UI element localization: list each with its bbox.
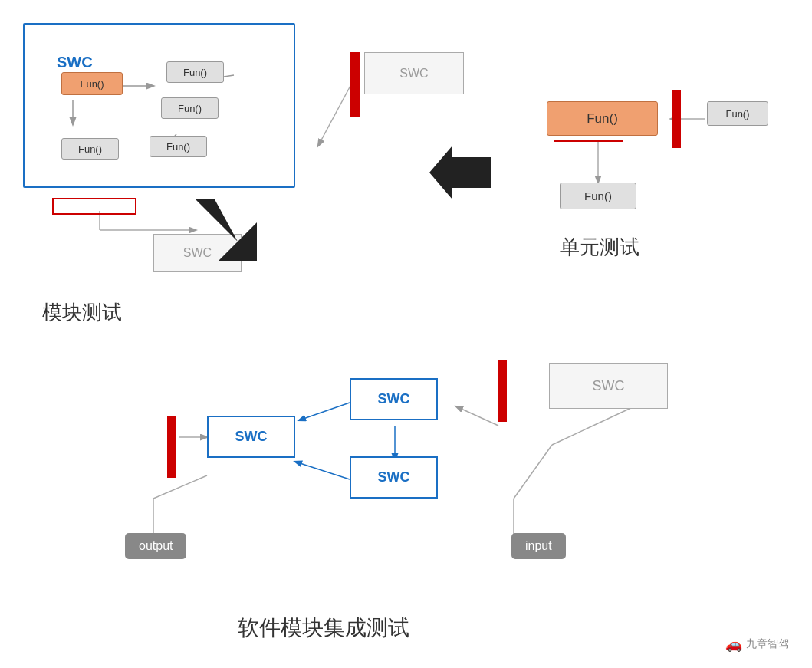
logo-area: 🚗 九章智驾 bbox=[725, 636, 789, 653]
svg-line-14 bbox=[295, 462, 350, 479]
swc-blue-bottom-center-label: SWC bbox=[378, 469, 410, 485]
fun-orange-top-right: Fun() bbox=[547, 101, 658, 136]
red-bar-bottom-left bbox=[167, 416, 176, 478]
svg-line-12 bbox=[299, 403, 350, 420]
main-container: SWC Fun() Fun() Fun() Fun() Fun() SWC SW… bbox=[0, 0, 812, 668]
red-outline-bar-top-left bbox=[52, 198, 136, 215]
module-test-label: 模块测试 bbox=[42, 299, 122, 326]
svg-line-7 bbox=[318, 84, 351, 146]
fun-top-right-box: Fun() bbox=[166, 61, 224, 83]
unit-test-label: 单元测试 bbox=[560, 234, 639, 261]
black-arrow-middle bbox=[196, 199, 257, 261]
swc-blue-bottom-center: SWC bbox=[350, 456, 438, 499]
fun-mid-top-box: Fun() bbox=[161, 97, 219, 119]
svg-line-10 bbox=[456, 406, 498, 426]
fun-bottom-left-box: Fun() bbox=[61, 138, 119, 160]
fun-bottom-left-label: Fun() bbox=[78, 143, 102, 155]
fun-gray-bottom-right-label: Fun() bbox=[584, 189, 612, 202]
red-underline-top-right bbox=[554, 140, 623, 142]
input-label: input bbox=[511, 533, 566, 559]
swc-blue-bottom-top-center: SWC bbox=[350, 378, 438, 420]
swc-blue-bottom-left-label: SWC bbox=[235, 429, 268, 445]
output-label: output bbox=[125, 533, 186, 559]
input-text: input bbox=[525, 539, 552, 552]
fun-orange-top-right-label: Fun() bbox=[587, 111, 618, 127]
integration-test-label: 软件模块集成测试 bbox=[238, 614, 409, 643]
fun-right-gray-label: Fun() bbox=[725, 108, 749, 120]
fun-mid-top-label: Fun() bbox=[178, 103, 202, 114]
svg-line-19 bbox=[514, 445, 552, 499]
svg-marker-22 bbox=[196, 199, 257, 261]
svg-marker-21 bbox=[429, 146, 491, 199]
swc-blue-title: SWC bbox=[57, 54, 93, 71]
red-bar-top-right bbox=[672, 90, 681, 148]
red-bar-top-middle bbox=[350, 52, 360, 117]
svg-line-15 bbox=[153, 475, 207, 499]
fun-mid-bottom-label: Fun() bbox=[166, 141, 190, 153]
logo-icon: 🚗 bbox=[725, 636, 742, 653]
black-arrow-top bbox=[429, 146, 491, 199]
red-bar-bottom-middle bbox=[498, 360, 507, 422]
fun-right-gray: Fun() bbox=[707, 101, 768, 126]
fun-top-right-label: Fun() bbox=[183, 67, 207, 78]
swc-gray-bottom-right-label: SWC bbox=[593, 378, 625, 394]
swc-blue-bottom-top-center-label: SWC bbox=[378, 391, 410, 407]
swc-gray-top-middle: SWC bbox=[364, 52, 464, 94]
swc-blue-container: SWC Fun() Fun() Fun() Fun() Fun() bbox=[23, 23, 295, 188]
fun-mid-bottom-box: Fun() bbox=[150, 136, 207, 157]
swc-blue-bottom-left: SWC bbox=[207, 416, 295, 458]
swc-gray-top-middle-label: SWC bbox=[399, 67, 428, 81]
logo-text: 九章智驾 bbox=[746, 637, 789, 651]
fun-orange-label: Fun() bbox=[80, 78, 104, 90]
fun-gray-bottom-top-right: Fun() bbox=[560, 183, 636, 209]
swc-gray-bottom-right: SWC bbox=[549, 363, 668, 409]
output-text: output bbox=[139, 539, 173, 552]
fun-orange-box: Fun() bbox=[61, 72, 123, 95]
